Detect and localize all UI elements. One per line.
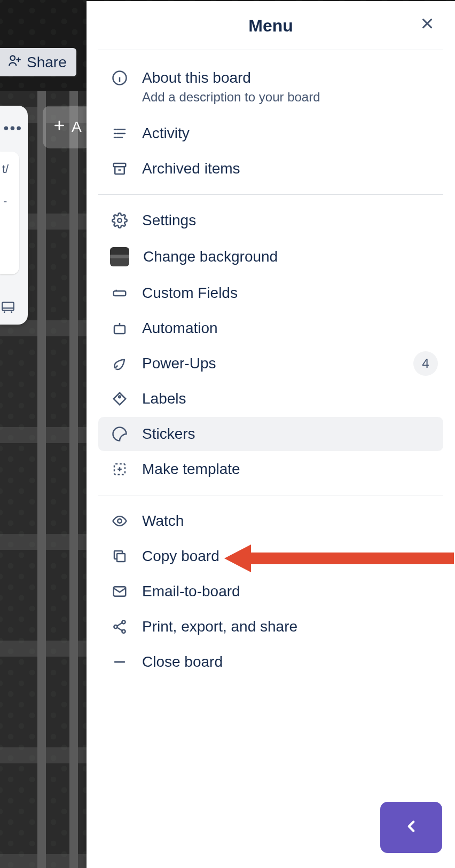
robot-icon	[111, 320, 128, 337]
svg-point-4	[117, 218, 122, 223]
menu-item-make-template[interactable]: Make template	[98, 452, 443, 486]
list-menu-icon[interactable]: •••	[4, 120, 22, 137]
mail-icon	[111, 583, 128, 600]
background-thumb-icon	[110, 247, 129, 266]
rocket-icon	[111, 355, 128, 372]
menu-title: Menu	[87, 16, 455, 36]
menu-item-copy-board[interactable]: Copy board	[98, 539, 443, 573]
gear-icon	[111, 212, 128, 229]
person-add-icon	[7, 53, 21, 71]
svg-rect-6	[114, 326, 125, 334]
info-icon	[111, 69, 128, 86]
chevron-left-icon	[402, 817, 420, 838]
partial-list: ••• t/ -	[0, 106, 28, 325]
menu-item-print-export-share[interactable]: Print, export, and share	[98, 610, 443, 644]
plus-icon	[52, 119, 66, 136]
svg-rect-10	[117, 554, 125, 562]
custom-fields-label: Custom Fields	[142, 285, 238, 302]
card-dash: -	[3, 194, 7, 208]
settings-label: Settings	[142, 212, 196, 229]
activity-icon	[111, 125, 128, 142]
partial-card[interactable]: t/ -	[0, 152, 19, 274]
card-text-fragment: t/	[2, 162, 9, 176]
menu-item-custom-fields[interactable]: Custom Fields	[98, 276, 443, 310]
collapse-menu-button[interactable]	[380, 802, 442, 853]
subway-icon	[1, 301, 15, 315]
tag-icon	[111, 390, 128, 407]
svg-rect-3	[114, 163, 126, 167]
close-board-label: Close board	[142, 653, 223, 670]
menu-item-stickers[interactable]: Stickers	[98, 417, 443, 451]
share-label: Share	[27, 54, 67, 71]
menu-section-3: Watch Copy board Email-to-board Print, e…	[87, 495, 455, 688]
minus-icon	[111, 653, 128, 670]
make-template-label: Make template	[142, 461, 240, 478]
svg-point-0	[10, 56, 15, 60]
about-label: About this board	[142, 69, 320, 86]
menu-item-labels[interactable]: Labels	[98, 382, 443, 416]
change-bg-label: Change background	[143, 248, 278, 265]
stickers-label: Stickers	[142, 425, 195, 443]
archive-icon	[111, 160, 128, 177]
menu-item-close-board[interactable]: Close board	[98, 645, 443, 679]
menu-item-change-background[interactable]: Change background	[98, 239, 443, 275]
svg-point-9	[117, 519, 122, 523]
menu-item-powerups[interactable]: Power-Ups 4	[98, 346, 443, 381]
menu-section-2: Settings Change background Custom Fields…	[87, 195, 455, 495]
powerups-label: Power-Ups	[142, 355, 216, 372]
menu-item-activity[interactable]: Activity	[98, 116, 443, 151]
menu-item-automation[interactable]: Automation	[98, 311, 443, 345]
about-subtext: Add a description to your board	[142, 90, 320, 105]
email-to-board-label: Email-to-board	[142, 583, 240, 600]
powerups-count-badge: 4	[413, 351, 438, 376]
share-nodes-icon	[111, 618, 128, 635]
copy-icon	[111, 548, 128, 565]
watch-label: Watch	[142, 512, 184, 530]
automation-label: Automation	[142, 320, 218, 337]
template-icon	[111, 461, 128, 478]
activity-label: Activity	[142, 125, 190, 142]
svg-rect-5	[114, 291, 126, 296]
menu-section-1: About this board Add a description to yo…	[87, 50, 455, 194]
menu-panel: Menu About this board Add a description …	[87, 1, 455, 868]
eye-icon	[111, 512, 128, 530]
add-list-button[interactable]: A	[43, 106, 91, 148]
custom-fields-icon	[111, 285, 128, 302]
menu-item-watch[interactable]: Watch	[98, 504, 443, 538]
labels-label: Labels	[142, 390, 186, 407]
menu-item-email-to-board[interactable]: Email-to-board	[98, 574, 443, 609]
svg-point-7	[119, 396, 121, 398]
copy-board-label: Copy board	[142, 548, 219, 565]
menu-header: Menu	[87, 16, 455, 50]
add-list-label: A	[72, 119, 82, 136]
close-button[interactable]	[418, 15, 437, 34]
print-export-label: Print, export, and share	[142, 618, 297, 635]
svg-rect-1	[2, 302, 14, 310]
close-icon	[419, 15, 435, 34]
share-button[interactable]: Share	[0, 48, 76, 76]
menu-item-settings[interactable]: Settings	[98, 203, 443, 238]
archived-label: Archived items	[142, 160, 240, 177]
menu-item-about[interactable]: About this board Add a description to yo…	[98, 59, 443, 115]
menu-item-archived[interactable]: Archived items	[98, 152, 443, 186]
sticker-icon	[111, 425, 128, 443]
